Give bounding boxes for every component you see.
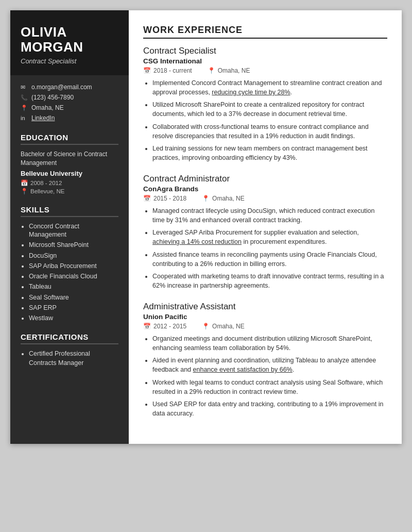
- contact-list: ✉ o.morgan@email.com 📞 (123) 456-7890 📍 …: [21, 84, 118, 122]
- job-location: 📍Omaha, NE: [202, 195, 245, 202]
- job-title: Contract Administrator: [143, 174, 387, 184]
- bullet-item: Leveraged SAP Ariba Procurement for supp…: [152, 228, 387, 246]
- job-company: ConAgra Brands: [143, 185, 387, 193]
- calendar-icon: 📅: [143, 67, 151, 74]
- skills-list: Concord Contract ManagementMicrosoft Sha…: [21, 222, 118, 323]
- bullet-item: Organized meetings and document distribu…: [152, 334, 387, 353]
- phone-icon: 📞: [21, 94, 28, 101]
- education-title: EDUCATION: [21, 133, 118, 145]
- calendar-icon: 📅: [143, 323, 151, 330]
- certifications-section: CERTIFICATIONS Certified Professional Co…: [21, 332, 118, 368]
- skill-item: SAP Ariba Procurement: [29, 262, 118, 270]
- cert-list: Certified Professional Contracts Manager: [21, 350, 118, 368]
- job-meta: 📅2018 - current📍Omaha, NE: [143, 67, 387, 74]
- job-title: Contract Specialist: [143, 46, 387, 56]
- skill-item: Seal Software: [29, 293, 118, 302]
- education-location: 📍 Bellevue, NE: [21, 188, 118, 195]
- job-company: Union Pacific: [143, 313, 387, 321]
- education-section: EDUCATION Bachelor of Science in Contrac…: [21, 133, 118, 195]
- bullet-item: Collaborated with cross-functional teams…: [152, 122, 387, 141]
- candidate-name: OLIVIA MORGAN: [21, 25, 118, 54]
- job-years: 📅2012 - 2015: [143, 323, 186, 330]
- bullet-item: Implemented Concord Contract Management …: [152, 78, 387, 97]
- job-years: 📅2015 - 2018: [143, 195, 186, 202]
- job-bullets: Organized meetings and document distribu…: [143, 334, 387, 418]
- skills-section: SKILLS Concord Contract ManagementMicros…: [21, 205, 118, 323]
- contact-linkedin[interactable]: in LinkedIn: [21, 114, 118, 122]
- calendar-icon: 📅: [143, 195, 151, 202]
- location-icon: 📍: [21, 105, 28, 111]
- main-content: WORK EXPERIENCE Contract SpecialistCSG I…: [129, 10, 402, 444]
- education-years: 📅 2008 - 2012: [21, 179, 118, 187]
- education-degree: Bachelor of Science in Contract Manageme…: [21, 150, 118, 168]
- job-meta: 📅2012 - 2015📍Omaha, NE: [143, 323, 387, 330]
- sidebar-body: ✉ o.morgan@email.com 📞 (123) 456-7890 📍 …: [10, 75, 129, 386]
- job-entry: Administrative AssistantUnion Pacific📅20…: [143, 302, 387, 418]
- resume-container: OLIVIA MORGAN Contract Specialist ✉ o.mo…: [10, 10, 402, 444]
- job-location: 📍Omaha, NE: [208, 67, 250, 74]
- location-icon: 📍: [202, 323, 210, 330]
- skill-item: Westlaw: [29, 314, 118, 322]
- location-icon: 📍: [202, 195, 210, 202]
- work-experience-title: WORK EXPERIENCE: [143, 25, 387, 39]
- job-meta: 📅2015 - 2018📍Omaha, NE: [143, 195, 387, 202]
- bullet-item: Worked with legal teams to conduct contr…: [152, 378, 387, 396]
- sidebar-header: OLIVIA MORGAN Contract Specialist: [10, 10, 129, 75]
- job-entry: Contract SpecialistCSG International📅201…: [143, 46, 387, 162]
- bullet-item: Utilized Microsoft SharePoint to create …: [152, 100, 387, 119]
- edu-location-icon: 📍: [21, 188, 28, 195]
- skill-item: DocuSign: [29, 252, 118, 260]
- jobs-container: Contract SpecialistCSG International📅201…: [143, 46, 387, 418]
- bullet-item: Assisted finance teams in reconciling pa…: [152, 250, 387, 269]
- contact-phone: 📞 (123) 456-7890: [21, 94, 118, 101]
- contact-location: 📍 Omaha, NE: [21, 104, 118, 111]
- cert-item: Certified Professional Contracts Manager: [29, 350, 118, 368]
- bullet-item: Led training sessions for new team membe…: [152, 144, 387, 162]
- contact-email: ✉ o.morgan@email.com: [21, 84, 118, 91]
- job-location: 📍Omaha, NE: [202, 323, 245, 330]
- calendar-icon: 📅: [21, 179, 28, 187]
- email-icon: ✉: [21, 84, 28, 91]
- job-bullets: Implemented Concord Contract Management …: [143, 78, 387, 162]
- sidebar: OLIVIA MORGAN Contract Specialist ✉ o.mo…: [10, 10, 129, 444]
- candidate-title: Contract Specialist: [21, 57, 118, 65]
- skill-item: Oracle Financials Cloud: [29, 272, 118, 280]
- bullet-item: Cooperated with marketing teams to draft…: [152, 272, 387, 290]
- education-school: Bellevue University: [21, 170, 118, 177]
- bullet-item: Used SAP ERP for data entry and tracking…: [152, 400, 387, 418]
- skill-item: Tableau: [29, 282, 118, 291]
- bullet-item: Managed contract lifecycle using DocuSig…: [152, 206, 387, 225]
- skill-item: Concord Contract Management: [29, 222, 118, 239]
- job-entry: Contract AdministratorConAgra Brands📅201…: [143, 174, 387, 290]
- bullet-item: Aided in event planning and coordination…: [152, 356, 387, 374]
- job-bullets: Managed contract lifecycle using DocuSig…: [143, 206, 387, 290]
- certifications-title: CERTIFICATIONS: [21, 332, 118, 344]
- job-company: CSG International: [143, 57, 387, 65]
- job-title: Administrative Assistant: [143, 302, 387, 312]
- skill-item: SAP ERP: [29, 304, 118, 312]
- skills-title: SKILLS: [21, 205, 118, 217]
- linkedin-icon: in: [21, 115, 28, 121]
- location-icon: 📍: [208, 67, 215, 74]
- skill-item: Microsoft SharePoint: [29, 241, 118, 249]
- job-years: 📅2018 - current: [143, 67, 192, 74]
